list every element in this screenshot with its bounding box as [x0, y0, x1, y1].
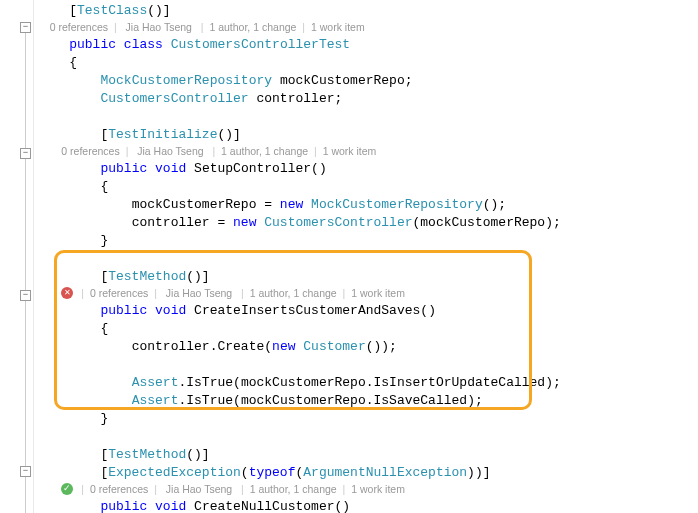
- gutter: − − − −: [0, 0, 34, 513]
- code-line: public class CustomersControllerTest: [38, 36, 698, 54]
- codelens-author[interactable]: Jia Hao Tseng: [126, 21, 192, 33]
- codelens[interactable]: 0 references | Jia Hao Tseng | 1 author,…: [38, 144, 698, 160]
- code-line: [TestMethod()]: [38, 446, 698, 464]
- codelens[interactable]: | 0 references | Jia Hao Tseng | 1 autho…: [38, 286, 698, 302]
- code-line: Assert.IsTrue(mockCustomerRepo.IsInsertO…: [38, 374, 698, 392]
- code-line: {: [38, 54, 698, 72]
- test-status-fail-icon[interactable]: [61, 287, 73, 299]
- code-line: [38, 356, 698, 374]
- code-line: [38, 250, 698, 268]
- attribute: TestMethod: [108, 269, 186, 284]
- fold-button[interactable]: −: [20, 290, 31, 301]
- codelens-author[interactable]: Jia Hao Tseng: [166, 483, 232, 495]
- method-name: SetupController: [194, 161, 311, 176]
- codelens-changes[interactable]: 1 author, 1 change: [221, 145, 308, 157]
- codelens-changes[interactable]: 1 author, 1 change: [209, 21, 296, 33]
- attribute: TestMethod: [108, 447, 186, 462]
- fold-button[interactable]: −: [20, 466, 31, 477]
- codelens-changes[interactable]: 1 author, 1 change: [250, 483, 337, 495]
- code-line: controller.Create(new Customer());: [38, 338, 698, 356]
- codelens-workitem[interactable]: 1 work item: [351, 287, 405, 299]
- code-line: CustomersController controller;: [38, 90, 698, 108]
- codelens-references[interactable]: 0 references: [90, 287, 148, 299]
- attribute: TestClass: [77, 3, 147, 18]
- codelens-changes[interactable]: 1 author, 1 change: [250, 287, 337, 299]
- method-name: CreateInsertsCustomerAndSaves: [194, 303, 420, 318]
- fold-line: [25, 33, 26, 513]
- codelens-references[interactable]: 0 references: [61, 145, 119, 157]
- code-line: public void CreateInsertsCustomerAndSave…: [38, 302, 698, 320]
- method-name: CreateNullCustomer: [194, 499, 334, 513]
- code-line: controller = new CustomersController(moc…: [38, 214, 698, 232]
- code-line: {: [38, 178, 698, 196]
- codelens-references[interactable]: 0 references: [90, 483, 148, 495]
- code-line: [ExpectedException(typeof(ArgumentNullEx…: [38, 464, 698, 482]
- codelens-author[interactable]: Jia Hao Tseng: [137, 145, 203, 157]
- code-line: [38, 108, 698, 126]
- test-status-pass-icon[interactable]: [61, 483, 73, 495]
- code-line: mockCustomerRepo = new MockCustomerRepos…: [38, 196, 698, 214]
- code-line: [TestMethod()]: [38, 268, 698, 286]
- code-line: {: [38, 320, 698, 338]
- code-line: [38, 428, 698, 446]
- codelens-references[interactable]: 0 references: [50, 21, 108, 33]
- attribute: ExpectedException: [108, 465, 241, 480]
- class-name: CustomersControllerTest: [171, 37, 350, 52]
- codelens[interactable]: 0 references | Jia Hao Tseng | 1 author,…: [38, 20, 698, 36]
- codelens-author[interactable]: Jia Hao Tseng: [166, 287, 232, 299]
- code-line: Assert.IsTrue(mockCustomerRepo.IsSaveCal…: [38, 392, 698, 410]
- code-line: }: [38, 410, 698, 428]
- code-line: }: [38, 232, 698, 250]
- code-area[interactable]: [TestClass()] 0 references | Jia Hao Tse…: [34, 0, 698, 513]
- codelens[interactable]: | 0 references | Jia Hao Tseng | 1 autho…: [38, 482, 698, 498]
- codelens-workitem[interactable]: 1 work item: [351, 483, 405, 495]
- fold-button[interactable]: −: [20, 148, 31, 159]
- code-line: MockCustomerRepository mockCustomerRepo;: [38, 72, 698, 90]
- codelens-workitem[interactable]: 1 work item: [323, 145, 377, 157]
- code-line: [TestClass()]: [38, 2, 698, 20]
- attribute: TestInitialize: [108, 127, 217, 142]
- code-editor[interactable]: − − − − [TestClass()] 0 references | Jia…: [0, 0, 698, 513]
- fold-button[interactable]: −: [20, 22, 31, 33]
- codelens-workitem[interactable]: 1 work item: [311, 21, 365, 33]
- code-line: public void CreateNullCustomer(): [38, 498, 698, 513]
- code-line: [TestInitialize()]: [38, 126, 698, 144]
- code-line: public void SetupController(): [38, 160, 698, 178]
